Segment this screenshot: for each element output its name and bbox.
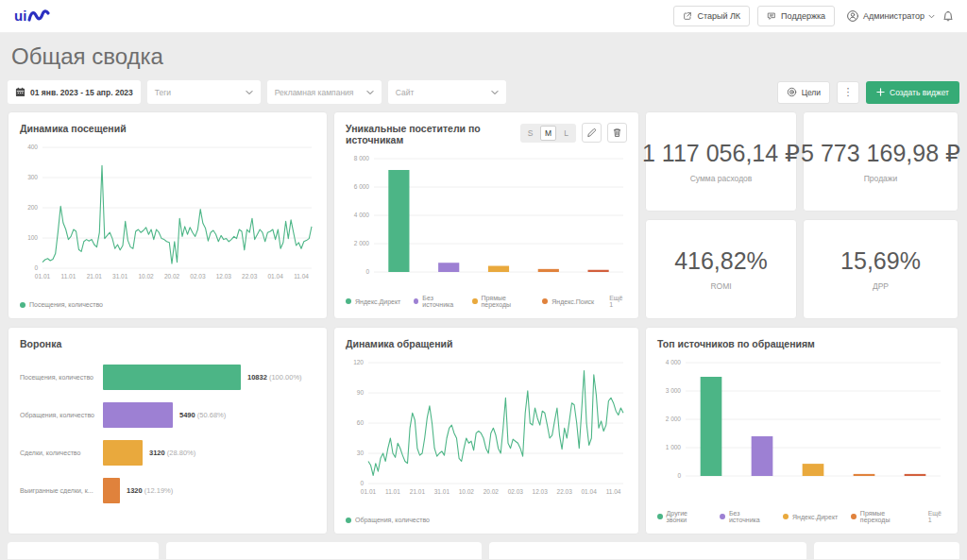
svg-text:22.03: 22.03 bbox=[557, 488, 573, 495]
bar bbox=[854, 474, 875, 476]
svg-text:11.04: 11.04 bbox=[606, 488, 621, 495]
svg-text:ui: ui bbox=[14, 8, 26, 24]
bar bbox=[438, 263, 459, 272]
metric-value: 15,69% bbox=[840, 247, 921, 275]
funnel-chart: Посещения, количество10832 (100.00%)Обра… bbox=[20, 365, 315, 503]
bell-icon[interactable] bbox=[942, 10, 954, 23]
bar bbox=[388, 170, 409, 272]
size-m-button[interactable]: M bbox=[540, 126, 556, 141]
legend-dot-icon bbox=[472, 298, 477, 304]
legend-more-label[interactable]: Ещё 1 bbox=[928, 510, 946, 523]
bar bbox=[588, 270, 609, 272]
funnel-bar bbox=[103, 365, 241, 390]
tags-placeholder: Теги bbox=[155, 88, 171, 97]
svg-text:4 000: 4 000 bbox=[666, 359, 682, 365]
svg-text:100: 100 bbox=[27, 234, 38, 241]
chart-legend: Яндекс.ДиректБез источникаПрямые переход… bbox=[346, 295, 627, 308]
svg-text:22.03: 22.03 bbox=[242, 273, 258, 280]
legend-item: Посещения, количество bbox=[20, 301, 103, 308]
page-title: Общая сводка bbox=[11, 43, 956, 70]
svg-text:10.02: 10.02 bbox=[138, 273, 154, 280]
legend-dot-icon bbox=[851, 514, 857, 519]
campaign-placeholder: Рекламная кампания bbox=[275, 88, 354, 97]
campaign-select[interactable]: Рекламная кампания bbox=[267, 80, 382, 104]
old-lk-label: Старый ЛК bbox=[697, 11, 740, 21]
svg-text:1 000: 1 000 bbox=[666, 444, 682, 450]
svg-text:90: 90 bbox=[357, 389, 365, 396]
card-title: Воронка bbox=[20, 338, 61, 349]
funnel-row: Посещения, количество10832 (100.00%) bbox=[20, 365, 315, 390]
line-series bbox=[42, 165, 312, 263]
legend-item: Яндекс.Директ bbox=[783, 510, 838, 523]
top-bar: ui Старый ЛК Поддержка Администратор bbox=[0, 0, 967, 33]
trash-icon bbox=[612, 127, 622, 138]
card-title: Динамика посещений bbox=[20, 123, 127, 134]
delete-widget-button[interactable] bbox=[607, 123, 627, 143]
romi-metric-card: 416,82% ROMI bbox=[645, 219, 797, 319]
legend-more-label[interactable]: Ещё 1 bbox=[609, 295, 627, 308]
legend-item: Яндекс.Поиск bbox=[542, 295, 594, 308]
user-menu[interactable]: Администратор bbox=[846, 9, 935, 23]
partial-card bbox=[8, 542, 159, 559]
expenses-metric-card: 1 117 056,14 ₽ Сумма расходов bbox=[645, 111, 797, 212]
legend-dot-icon bbox=[346, 518, 351, 523]
funnel-bar bbox=[103, 440, 143, 466]
svg-text:20.02: 20.02 bbox=[484, 488, 500, 495]
chart-legend: Обращения, количество bbox=[346, 517, 627, 523]
svg-text:2 000: 2 000 bbox=[354, 240, 370, 246]
goals-button[interactable]: Цели bbox=[777, 81, 830, 104]
sales-metric-card: 5 773 169,98 ₽ Продажи bbox=[803, 111, 959, 212]
chart-legend: Посещения, количество bbox=[20, 301, 315, 308]
support-button[interactable]: Поддержка bbox=[757, 6, 835, 26]
bar bbox=[538, 269, 559, 272]
target-icon bbox=[787, 87, 797, 97]
svg-text:01.01: 01.01 bbox=[35, 273, 51, 280]
filter-bar: 01 янв. 2023 - 15 апр. 2023 Теги Рекламн… bbox=[8, 80, 959, 104]
svg-text:11.04: 11.04 bbox=[294, 273, 309, 280]
old-lk-button[interactable]: Старый ЛК bbox=[673, 6, 750, 26]
date-range-picker[interactable]: 01 янв. 2023 - 15 апр. 2023 bbox=[8, 80, 141, 104]
pencil-icon bbox=[586, 127, 597, 138]
edit-widget-button[interactable] bbox=[582, 123, 602, 143]
metric-value: 5 773 169,98 ₽ bbox=[801, 140, 960, 167]
svg-text:02.03: 02.03 bbox=[508, 488, 524, 495]
funnel-bar bbox=[103, 402, 173, 428]
avatar-icon bbox=[846, 9, 859, 23]
site-select[interactable]: Сайт bbox=[388, 80, 506, 104]
svg-text:10.02: 10.02 bbox=[459, 488, 475, 495]
more-actions-button[interactable]: ⋮ bbox=[837, 81, 859, 104]
svg-text:300: 300 bbox=[27, 174, 38, 180]
svg-text:120: 120 bbox=[353, 359, 364, 365]
size-l-button[interactable]: L bbox=[558, 126, 574, 141]
external-link-icon bbox=[683, 11, 692, 21]
legend-dot-icon bbox=[20, 302, 25, 308]
svg-text:11.01: 11.01 bbox=[385, 488, 400, 495]
create-widget-label: Создать виджет bbox=[890, 88, 949, 97]
svg-text:8 000: 8 000 bbox=[354, 155, 370, 161]
svg-text:200: 200 bbox=[27, 204, 38, 211]
funnel-row: Выигранные сделки, к...1320 (12.19%) bbox=[20, 478, 315, 503]
svg-text:3 000: 3 000 bbox=[666, 387, 682, 394]
widgets-row-1: Динамика посещений 010020030040001.0111.… bbox=[8, 111, 959, 319]
svg-text:31.01: 31.01 bbox=[434, 488, 450, 495]
partial-card bbox=[814, 542, 959, 559]
svg-text:20.02: 20.02 bbox=[164, 273, 180, 280]
svg-text:01.04: 01.04 bbox=[582, 488, 598, 495]
legend-dot-icon bbox=[346, 298, 351, 304]
create-widget-button[interactable]: Создать виджет bbox=[866, 81, 959, 104]
metric-label: Продажи bbox=[864, 174, 898, 183]
legend-item: Прямые переходы bbox=[851, 510, 912, 523]
svg-text:2 000: 2 000 bbox=[666, 416, 682, 422]
uis-logo[interactable]: ui bbox=[13, 6, 62, 26]
bar bbox=[701, 377, 722, 476]
funnel-bar bbox=[103, 478, 120, 503]
user-name: Администратор bbox=[863, 11, 925, 21]
size-s-button[interactable]: S bbox=[522, 126, 538, 141]
tags-select[interactable]: Теги bbox=[147, 80, 261, 104]
unique-visitors-bar-chart: 02 0004 0006 0008 000 bbox=[346, 151, 627, 291]
plus-icon bbox=[876, 88, 885, 96]
svg-text:02.03: 02.03 bbox=[190, 273, 206, 280]
bar bbox=[905, 474, 926, 476]
chevron-down-icon bbox=[246, 90, 253, 95]
chevron-down-icon bbox=[928, 14, 935, 19]
